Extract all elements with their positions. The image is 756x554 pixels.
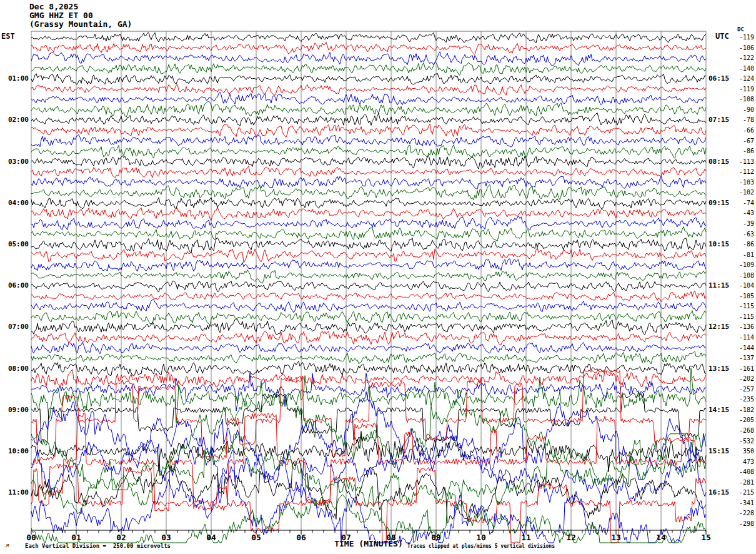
dc-value: -114	[724, 334, 754, 341]
dc-value: -408	[724, 468, 754, 475]
dc-value: -119	[724, 86, 754, 93]
est-hour-label: 10:00	[0, 447, 29, 455]
dc-value: -144	[724, 345, 754, 351]
trace-row	[31, 300, 706, 313]
dc-value: -341	[724, 500, 754, 506]
corner-mark: .M	[4, 543, 9, 548]
dc-value: -67	[724, 138, 754, 144]
dc-value: -182	[724, 406, 754, 413]
dc-value: -86	[724, 241, 754, 248]
dc-value: -140	[724, 65, 754, 72]
trace-row	[31, 227, 706, 242]
dc-value: -113	[724, 158, 754, 165]
dc-value: -161	[724, 365, 754, 372]
trace-row	[31, 144, 706, 158]
dc-value: -103	[724, 179, 754, 186]
trace-row	[31, 238, 706, 253]
dc-value: -205	[724, 416, 754, 423]
dc-value: -108	[724, 272, 754, 279]
est-hour-label: 01:00	[0, 74, 29, 83]
dc-value: -104	[724, 282, 754, 289]
trace-row	[31, 331, 706, 345]
trace-row	[31, 343, 706, 354]
dc-value: -90	[724, 106, 754, 113]
x-tick-label: 01	[67, 533, 86, 542]
dc-value: -115	[724, 313, 754, 320]
x-tick-label: 10	[472, 533, 490, 542]
x-tick-label: 12	[562, 533, 580, 542]
dc-value: 350	[724, 448, 754, 455]
est-hour-label: 08:00	[0, 365, 29, 373]
trace-row	[31, 361, 706, 376]
dc-value: -108	[724, 96, 754, 103]
x-tick-label: 13	[607, 533, 625, 542]
x-tick-label: 04	[202, 533, 221, 542]
trace-row	[31, 73, 706, 84]
dc-value: -122	[724, 54, 754, 61]
x-tick-label: 05	[247, 533, 266, 542]
trace-row	[31, 63, 706, 75]
x-tick-label: 02	[112, 533, 131, 542]
dc-value: -105	[724, 293, 754, 300]
dc-value: -532	[724, 438, 754, 445]
trace-row	[31, 166, 706, 178]
trace-row	[31, 113, 706, 126]
trace-row	[31, 198, 706, 209]
helicorder-page: Dec 8,2025 GMG HHZ ET 00 (Grassy Mountai…	[0, 0, 756, 554]
trace-row	[31, 184, 706, 199]
trace-row	[31, 291, 706, 301]
trace-row	[31, 92, 706, 104]
dc-value: -202	[724, 375, 754, 382]
trace-row	[31, 351, 706, 364]
dc-value: -257	[724, 386, 754, 393]
dc-value: -86	[724, 148, 754, 154]
dc-value: -136	[724, 323, 754, 330]
x-tick-label: 03	[157, 533, 176, 542]
dc-value: -39	[724, 220, 754, 227]
clip-note: Traces clipped at plus/minus 5 vertical …	[407, 543, 555, 549]
dc-value: -215	[724, 489, 754, 496]
trace-row	[31, 391, 706, 480]
scale-note: Each Vertical Division = 250.00 microvol…	[25, 543, 171, 549]
x-tick-label: 15	[697, 533, 715, 542]
trace-row	[31, 33, 706, 43]
dc-value: -119	[724, 34, 754, 41]
est-hour-label: 02:00	[0, 116, 29, 124]
x-tick-label: 11	[517, 533, 535, 542]
dc-value: -228	[724, 510, 754, 516]
x-tick-label: 00	[22, 533, 41, 542]
trace-row	[31, 458, 706, 523]
dc-value: 473	[724, 458, 754, 465]
dc-value: -115	[724, 303, 754, 310]
dc-value: -137	[724, 355, 754, 361]
dc-value: -281	[724, 479, 754, 486]
dc-value: -298	[724, 520, 754, 527]
trace-row	[31, 124, 706, 137]
trace-row	[31, 156, 706, 169]
est-hour-label: 07:00	[0, 323, 29, 331]
trace-row	[31, 434, 706, 514]
dc-value: -74	[724, 199, 754, 206]
est-hour-label: 03:00	[0, 158, 29, 166]
trace-row	[31, 52, 706, 66]
trace-row	[31, 101, 706, 117]
trace-row	[31, 216, 706, 230]
est-hour-label: 09:00	[0, 406, 29, 414]
trace-row	[31, 135, 706, 148]
dc-value: -112	[724, 168, 754, 175]
trace-row	[31, 43, 706, 55]
dc-value: -63	[724, 231, 754, 238]
trace-row	[31, 208, 706, 221]
est-hour-label: 04:00	[0, 199, 29, 207]
dc-value: -268	[724, 427, 754, 434]
trace-row	[31, 248, 706, 263]
x-tick-label: 14	[652, 533, 670, 542]
trace-row	[31, 281, 706, 292]
trace-row	[31, 270, 706, 284]
trace-row	[31, 259, 706, 271]
dc-value: -109	[724, 261, 754, 268]
dc-value: -78	[724, 116, 754, 123]
est-hour-label: 11:00	[0, 488, 29, 496]
trace-row	[31, 84, 706, 95]
dc-value: -106	[724, 44, 754, 51]
